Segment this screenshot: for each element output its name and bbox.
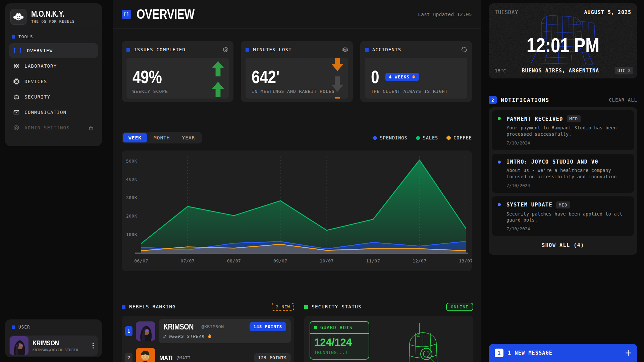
svg-text:08/07: 08/07 — [227, 258, 241, 263]
gear-icon — [13, 124, 20, 131]
svg-text:12/07: 12/07 — [413, 258, 427, 263]
clear-all-button[interactable]: CLEAR ALL — [609, 97, 637, 103]
burst-icon[interactable] — [461, 47, 467, 53]
stat-value: 49% — [132, 68, 207, 85]
rebels-ranking-panel: 1 KRIMSON @KRIMSON 148 POINTS 2 WEEKS S — [122, 316, 294, 362]
priority-tag: MED — [567, 115, 581, 122]
user-section-label: USER — [9, 323, 98, 333]
stat-value: 642' — [252, 68, 326, 85]
diamond-icon — [372, 135, 378, 140]
notification-intro[interactable]: INTRO: JOYCO STUDIO AND V0 About us - We… — [492, 154, 634, 193]
plus-icon[interactable] — [625, 350, 631, 356]
robot-icon — [13, 94, 20, 100]
diamond-icon — [415, 135, 421, 140]
tab-year[interactable]: YEAR — [176, 133, 201, 142]
atom-icon — [13, 63, 20, 69]
svg-text:200K: 200K — [126, 214, 137, 219]
new-message-bar[interactable]: 1 1 NEW MESSAGE — [489, 344, 637, 362]
app-logo-row: M.O.N.K.Y. THE OS FOR REBELS — [9, 7, 98, 29]
sidebar-item-laboratory[interactable]: LABORATORY — [9, 59, 98, 73]
app-tagline: THE OS FOR REBELS — [31, 19, 75, 24]
monkey-logo-icon — [10, 9, 26, 25]
area-chart: 100K200K300K400K500K06/0707/0708/0709/07… — [122, 150, 472, 271]
user-name: KRIMSON — [33, 339, 59, 346]
user-email: KRIMSON@JOYCO.STUDIO — [33, 348, 89, 352]
status-dot — [498, 161, 501, 164]
rebel-name: MATI — [159, 354, 172, 361]
security-status-panel: GUARD BOTS 124/124 [RUNNING...] FIREWALL — [304, 316, 473, 362]
ranking-title: REBELS RANKING — [129, 304, 176, 309]
priority-tag: MED — [556, 201, 570, 208]
guard-bots-count: 124/124 — [314, 337, 365, 349]
security-title: SECURITY STATUS — [312, 304, 362, 309]
notifications-title: NOTIFICATIONS — [501, 97, 549, 103]
sidebar-item-devices[interactable]: DEVICES — [9, 74, 98, 89]
notification-payment[interactable]: PAYMENT RECEIVED MED Your payment to Ram… — [492, 110, 634, 150]
status-dot — [498, 203, 501, 206]
stat-card-minutes: MINUTES LOST 642' IN MEETINGS AND RABBIT… — [241, 41, 353, 102]
stat-value: 0 — [371, 68, 379, 85]
legend-sales[interactable]: SALES — [416, 135, 438, 140]
rebel-handle: @KRIMSON — [202, 324, 224, 329]
location: BUENOS AIRES, ARGENTINA — [506, 68, 615, 74]
main-content: [] OVERVIEW Last updated 12:05 ISSUES CO… — [113, 0, 481, 362]
envelope-icon — [13, 109, 20, 116]
sidebar-item-security[interactable]: SECURITY — [9, 89, 98, 104]
tab-month[interactable]: MONTH — [148, 133, 176, 142]
streak-badge: 4 WEEKS — [385, 73, 419, 81]
card-bullet — [122, 305, 125, 309]
show-all-button[interactable]: SHOW ALL (4) — [492, 240, 634, 252]
hex-nut-icon[interactable] — [223, 47, 229, 53]
ranking-row-1[interactable]: 1 KRIMSON @KRIMSON 148 POINTS 2 WEEKS S — [125, 319, 291, 343]
stat-sub: IN MEETINGS AND RABBIT HOLES — [252, 89, 342, 94]
message-count-badge: 1 — [495, 349, 503, 357]
streak-text: 2 WEEKS STREAK — [163, 334, 286, 339]
rank-number: 1 — [125, 326, 132, 336]
stat-sub: WEEKLY SCOPE — [132, 89, 223, 94]
sidebar: M.O.N.K.Y. THE OS FOR REBELS TOOLS [ ] O… — [5, 3, 102, 146]
clock-date: AUGUST 5, 2025 — [584, 9, 631, 15]
stat-label: ISSUES COMPLETED — [134, 47, 185, 52]
sidebar-item-admin-settings[interactable]: ADMIN SETTINGS — [9, 120, 98, 135]
sidebar-item-overview[interactable]: [ ] OVERVIEW — [9, 43, 98, 58]
page-title: OVERVIEW — [137, 7, 195, 22]
tools-section-label: TOOLS — [9, 29, 98, 43]
chip-icon[interactable] — [342, 47, 348, 53]
clock-widget: TUESDAY AUGUST 5, 2025 12:01 PM 18°C BUE… — [489, 3, 637, 78]
svg-text:500K: 500K — [126, 159, 137, 164]
stat-label: MINUTES LOST — [253, 47, 292, 52]
points-badge: 129 POINTS — [254, 353, 291, 362]
svg-text:06/07: 06/07 — [134, 258, 148, 263]
overview-brackets-icon: [] — [122, 10, 131, 19]
section-bullet — [12, 325, 15, 329]
card-bullet — [304, 305, 308, 309]
tab-week[interactable]: WEEK — [123, 133, 147, 142]
notifications-header: 2 NOTIFICATIONS CLEAR ALL — [489, 96, 637, 104]
clock-day: TUESDAY — [495, 9, 518, 15]
svg-text:13/07: 13/07 — [459, 258, 472, 263]
svg-text:400K: 400K — [126, 177, 137, 182]
chip-icon — [13, 78, 20, 85]
user-card[interactable]: KRIMSON KRIMSON@JOYCO.STUDIO — [9, 336, 98, 356]
avatar — [10, 336, 29, 355]
online-badge: ONLINE — [446, 303, 473, 311]
last-updated: Last updated 12:05 — [418, 12, 472, 17]
guard-bot-wireframe — [399, 320, 450, 362]
brackets-icon: [ ] — [13, 48, 22, 54]
stat-sub: THE CLIENT ALWAYS IS RIGHT — [371, 89, 461, 94]
user-panel: USER KRIMSON KRIMSON@JOYCO.STUDIO — [5, 319, 102, 357]
svg-text:07/07: 07/07 — [180, 258, 195, 263]
stat-card-issues: ISSUES COMPLETED 49% WEEKLY SCOPE — [122, 41, 233, 102]
kebab-menu-icon[interactable] — [89, 342, 97, 349]
notification-system-update[interactable]: SYSTEM UPDATE MED Security patches have … — [492, 196, 634, 236]
stat-card-accidents: ACCIDENTS 0 4 WEEKS — [360, 41, 472, 102]
legend-coffee[interactable]: COFFEE — [447, 135, 472, 140]
avatar — [136, 348, 155, 362]
legend-spendings[interactable]: SPENDINGS — [373, 135, 407, 140]
rebel-name: KRIMSON — [163, 323, 194, 331]
page-header: [] OVERVIEW Last updated 12:05 — [113, 0, 481, 29]
sidebar-item-communication[interactable]: COMMUNICATION — [9, 105, 98, 120]
ranking-row-2[interactable]: 2 MATI @MATI 129 POINTS — [125, 348, 291, 362]
rank-number: 2 — [125, 353, 132, 362]
svg-text:100K: 100K — [126, 232, 137, 237]
